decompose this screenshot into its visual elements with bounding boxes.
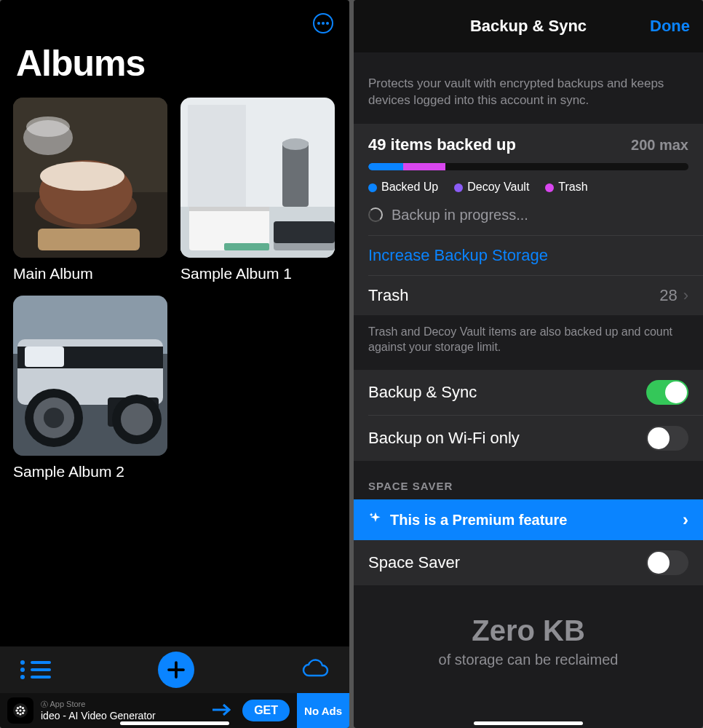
spinner-icon [368, 207, 383, 222]
reclaim-block: Zero KB of storage can be reclaimed [354, 585, 703, 697]
svg-point-14 [282, 138, 309, 150]
trash-label: Trash [368, 286, 408, 305]
svg-rect-12 [224, 243, 269, 250]
album-item[interactable]: Sample Album 2 [13, 296, 167, 480]
modal-title: Backup & Sync [470, 17, 587, 36]
progress-label: Backup in progress... [392, 207, 528, 223]
album-label: Main Album [13, 265, 167, 282]
album-item[interactable]: Sample Album 1 [180, 98, 335, 282]
backup-sync-toggle[interactable] [646, 380, 688, 405]
svg-point-36 [22, 707, 24, 709]
increase-storage-link[interactable]: Increase Backup Storage [354, 236, 703, 275]
backup-status-card: 49 items backed up 200 max Backed Up Dec… [354, 124, 703, 315]
chevron-right-icon: › [683, 286, 688, 305]
wifi-only-toggle[interactable] [646, 426, 688, 451]
home-indicator[interactable] [120, 721, 229, 725]
svg-point-29 [121, 403, 153, 435]
trash-row[interactable]: Trash 28› [354, 276, 703, 315]
backup-sync-screen: Backup & Sync Done Protects your vault w… [354, 0, 703, 728]
album-thumb [13, 98, 167, 258]
svg-rect-5 [38, 229, 140, 250]
sparkle-icon [368, 511, 383, 529]
done-button[interactable]: Done [650, 17, 690, 36]
album-thumb [13, 296, 167, 456]
svg-rect-16 [274, 221, 335, 243]
svg-point-27 [44, 408, 64, 428]
svg-point-7 [26, 116, 70, 137]
space-saver-toggle[interactable] [646, 550, 688, 575]
ad-store-label: Ⓐ App Store [41, 700, 210, 710]
svg-rect-23 [25, 347, 64, 367]
bottom-toolbar [0, 646, 349, 693]
trash-count: 28 [659, 286, 677, 305]
svg-point-35 [17, 707, 19, 709]
album-thumb [180, 98, 335, 258]
svg-rect-11 [189, 207, 269, 211]
ad-logo-icon [7, 697, 33, 724]
chevron-right-icon: › [683, 510, 688, 530]
space-saver-section-header: SPACE SAVER [354, 461, 703, 499]
description-text: Protects your vault with encrypted backu… [354, 52, 703, 124]
svg-point-38 [22, 712, 24, 714]
storage-bar [368, 163, 688, 170]
ad-title: ideo - AI Video Generator [41, 710, 210, 721]
page-title: Albums [0, 0, 349, 84]
space-saver-toggle-row: Space Saver [354, 540, 703, 585]
wifi-only-toggle-row: Backup on Wi-Fi only [354, 416, 703, 461]
albums-screen: Albums Main Album [0, 0, 349, 728]
arrow-right-icon [210, 703, 232, 719]
reclaim-amount: Zero KB [368, 614, 688, 647]
premium-feature-row[interactable]: This is a Premium feature › [354, 499, 703, 540]
album-label: Sample Album 1 [180, 265, 335, 282]
backup-sync-toggle-row: Backup & Sync [354, 370, 703, 415]
trash-note: Trash and Decoy Vault items are also bac… [354, 315, 703, 370]
svg-point-37 [17, 712, 19, 714]
reclaim-subtext: of storage can be reclaimed [368, 652, 688, 668]
album-label: Sample Album 2 [13, 463, 167, 480]
list-icon[interactable] [20, 661, 51, 678]
cloud-icon[interactable] [301, 657, 329, 682]
svg-point-34 [23, 709, 25, 711]
no-ads-button[interactable]: No Ads [297, 693, 349, 728]
backup-count-label: 49 items backed up [368, 135, 516, 154]
home-indicator[interactable] [474, 721, 583, 725]
more-icon[interactable] [313, 13, 333, 33]
album-item[interactable]: Main Album [13, 98, 167, 282]
backup-max-label: 200 max [631, 137, 688, 154]
svg-rect-17 [188, 105, 246, 207]
svg-point-33 [15, 709, 17, 711]
add-button[interactable] [158, 652, 194, 688]
svg-point-31 [19, 705, 21, 708]
album-grid: Main Album [0, 84, 349, 480]
svg-point-32 [19, 713, 21, 715]
svg-point-39 [19, 709, 21, 711]
legend: Backed Up Decoy Vault Trash [368, 181, 688, 194]
svg-point-4 [40, 162, 124, 191]
svg-rect-13 [282, 141, 309, 207]
modal-header: Backup & Sync Done [354, 0, 703, 52]
get-button[interactable]: GET [242, 700, 290, 721]
